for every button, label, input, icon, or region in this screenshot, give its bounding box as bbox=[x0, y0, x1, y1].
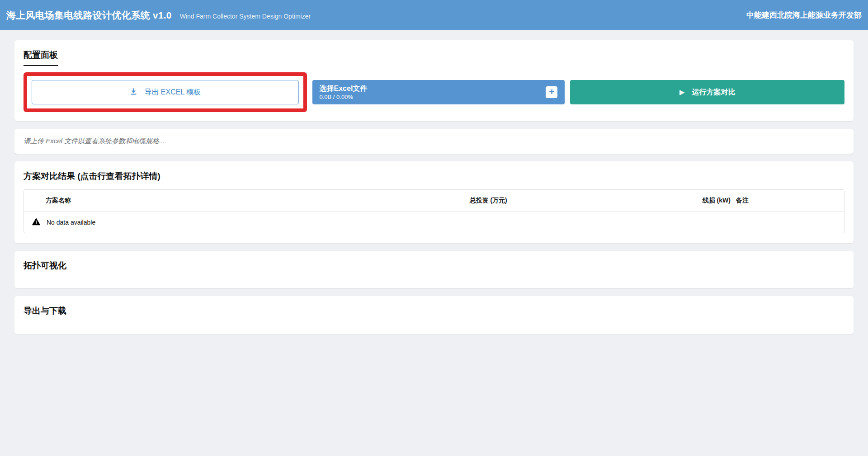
warning-icon bbox=[32, 218, 40, 227]
play-icon: ▶ bbox=[679, 88, 685, 96]
export-excel-template-button[interactable]: 导出 EXCEL 模板 bbox=[32, 80, 299, 104]
app-header: 海上风电场集电线路设计优化系统 v1.0 Wind Farm Collector… bbox=[0, 0, 868, 30]
column-header-remarks[interactable]: 备注 bbox=[733, 190, 844, 212]
empty-data-row: No data available bbox=[24, 212, 844, 233]
app-title: 海上风电场集电线路设计优化系统 v1.0 bbox=[6, 9, 172, 22]
config-controls-row: 导出 EXCEL 模板 选择Excel文件 0.0B / 0.00% + ▶ 运… bbox=[24, 72, 844, 112]
column-header-total-investment[interactable]: 总投资 (万元) bbox=[467, 190, 700, 212]
upload-progress-text: 0.0B / 0.00% bbox=[320, 94, 540, 100]
header-title-group: 海上风电场集电线路设计优化系统 v1.0 Wind Farm Collector… bbox=[6, 9, 311, 22]
download-icon bbox=[129, 87, 138, 98]
hint-card: 请上传 Excel 文件以查看系统参数和电缆规格... bbox=[14, 129, 854, 154]
department-label: 中能建西北院海上能源业务开发部 bbox=[746, 10, 862, 20]
topology-card: 拓扑可视化 bbox=[14, 251, 854, 288]
results-table-header-row: 方案名称 总投资 (万元) 线损 (kW) 备注 bbox=[24, 190, 844, 212]
results-card: 方案对比结果 (点击行查看拓扑详情) 方案名称 总投资 (万元) 线损 (kW)… bbox=[14, 161, 854, 243]
topology-section-title: 拓扑可视化 bbox=[24, 260, 844, 272]
upload-button-label: 选择Excel文件 bbox=[320, 84, 540, 93]
annotation-highlight: 导出 EXCEL 模板 bbox=[24, 72, 307, 112]
column-header-line-loss[interactable]: 线损 (kW) bbox=[700, 190, 733, 212]
select-excel-file-button[interactable]: 选择Excel文件 0.0B / 0.00% + bbox=[312, 80, 565, 104]
column-header-scheme-name[interactable]: 方案名称 bbox=[24, 190, 467, 212]
export-button-label: 导出 EXCEL 模板 bbox=[144, 88, 201, 97]
download-section-title: 导出与下载 bbox=[24, 305, 844, 317]
plus-icon[interactable]: + bbox=[546, 86, 557, 98]
empty-data-message: No data available bbox=[47, 219, 95, 226]
app-subtitle: Wind Farm Collector System Design Optimi… bbox=[180, 13, 311, 20]
upload-hint-text: 请上传 Excel 文件以查看系统参数和电缆规格... bbox=[24, 137, 844, 146]
main-content: 配置面板 导出 EXCEL 模板 选择Excel文件 0.0B / 0 bbox=[0, 30, 868, 456]
run-button-label: 运行方案对比 bbox=[692, 88, 736, 97]
results-table: 方案名称 总投资 (万元) 线损 (kW) 备注 bbox=[24, 189, 844, 233]
config-panel-card: 配置面板 导出 EXCEL 模板 选择Excel文件 0.0B / 0 bbox=[14, 40, 854, 121]
run-comparison-button[interactable]: ▶ 运行方案对比 bbox=[570, 80, 844, 104]
download-card: 导出与下载 bbox=[14, 296, 854, 334]
results-section-title: 方案对比结果 (点击行查看拓扑详情) bbox=[24, 170, 844, 182]
page-bottom-spacer bbox=[14, 342, 854, 456]
config-panel-title: 配置面板 bbox=[24, 49, 58, 66]
